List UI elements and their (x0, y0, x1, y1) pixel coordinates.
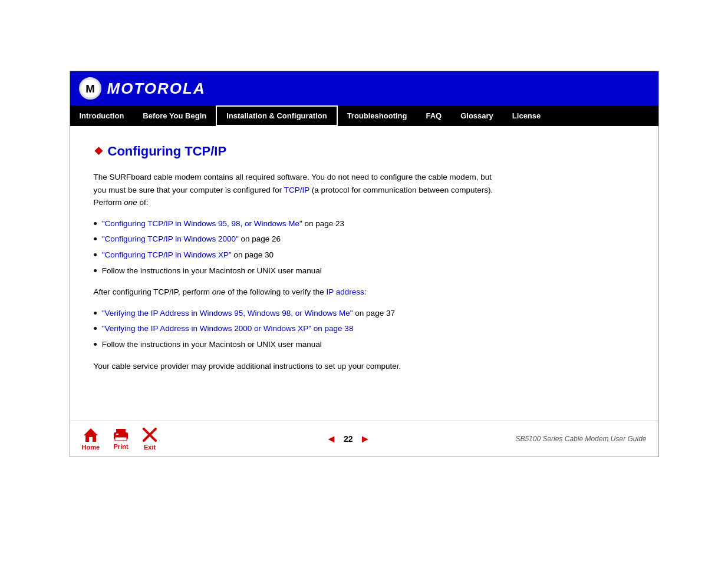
list-item: • "Verifying the IP Address in Windows 2… (94, 322, 495, 336)
nav-item-faq[interactable]: FAQ (416, 105, 451, 126)
list-item: • "Configuring TCP/IP in Windows 2000" o… (94, 233, 495, 246)
bullet-dot: • (94, 249, 97, 262)
brand-name: MOTOROLA (107, 80, 206, 98)
nav-item-introduction[interactable]: Introduction (70, 105, 134, 126)
win2000-link[interactable]: "Configuring TCP/IP in Windows 2000" (102, 234, 239, 243)
list-item-text: "Configuring TCP/IP in Windows 2000" on … (102, 233, 281, 246)
verify-win95-link[interactable]: "Verifying the IP Address in Windows 95,… (102, 309, 353, 318)
list-item: • "Configuring TCP/IP in Windows 95, 98,… (94, 217, 495, 231)
list-item: • Follow the instructions in your Macint… (94, 338, 495, 352)
svg-rect-5 (115, 437, 127, 441)
list-item-text: Follow the instructions in your Macintos… (102, 265, 322, 277)
next-page-button[interactable]: ► (360, 433, 371, 445)
print-button[interactable]: Print (111, 428, 130, 450)
winxp-link[interactable]: "Configuring TCP/IP in Windows XP" (102, 250, 232, 259)
page-wrapper: M MOTOROLA Introduction Before You Begin… (0, 0, 728, 562)
list-item-text: "Verifying the IP Address in Windows 95,… (102, 307, 395, 320)
header-bar: M MOTOROLA (70, 71, 658, 105)
motorola-logo: M MOTOROLA (79, 77, 206, 100)
home-icon (83, 427, 99, 442)
page-nav: ◄ 22 ► (181, 433, 515, 445)
nav-item-troubleshooting[interactable]: Troubleshooting (338, 105, 417, 126)
doc-title: SB5100 Series Cable Modem User Guide (515, 435, 646, 443)
win95-link[interactable]: "Configuring TCP/IP in Windows 95, 98, o… (102, 219, 302, 228)
list-item: • Follow the instructions in your Macint… (94, 265, 495, 278)
svg-rect-6 (116, 434, 118, 435)
svg-marker-2 (84, 428, 98, 442)
bullet-list-2: • "Verifying the IP Address in Windows 9… (94, 307, 635, 352)
bullet-dot: • (94, 323, 97, 336)
print-label: Print (114, 443, 129, 450)
svg-text:M: M (85, 82, 95, 95)
bullet-list-1: • "Configuring TCP/IP in Windows 95, 98,… (94, 217, 635, 277)
list-item-text: "Verifying the IP Address in Windows 200… (102, 322, 354, 335)
home-label: Home (82, 444, 100, 451)
nav-bar: Introduction Before You Begin Installati… (70, 105, 658, 126)
list-item-text: Follow the instructions in your Macintos… (102, 338, 322, 351)
list-item: • "Verifying the IP Address in Windows 9… (94, 307, 495, 320)
bullet-dot: • (94, 339, 97, 352)
bullet-dot: • (94, 265, 97, 278)
prev-page-button[interactable]: ◄ (326, 433, 337, 445)
page-number: 22 (344, 434, 353, 444)
exit-icon (142, 427, 157, 442)
list-item-text: "Configuring TCP/IP in Windows 95, 98, o… (102, 217, 344, 230)
home-button[interactable]: Home (82, 427, 100, 451)
verify-win2000-link[interactable]: "Verifying the IP Address in Windows 200… (102, 324, 354, 333)
title-arrow-icon: ❖ (94, 145, 103, 158)
print-icon (111, 428, 130, 442)
page-title-text: Configuring TCP/IP (108, 144, 227, 159)
motorola-m-icon: M (80, 78, 100, 98)
exit-label: Exit (144, 444, 156, 451)
list-item-text: "Configuring TCP/IP in Windows XP" on pa… (102, 249, 274, 262)
main-container: M MOTOROLA Introduction Before You Begin… (70, 71, 659, 457)
page-title: ❖ Configuring TCP/IP (94, 144, 635, 159)
svg-rect-4 (116, 429, 126, 434)
closing-paragraph: Your cable service provider may provide … (94, 360, 495, 373)
nav-item-license[interactable]: License (503, 105, 550, 126)
footer-icons: Home Print (82, 427, 158, 451)
bullet-dot: • (94, 218, 97, 231)
bullet-dot: • (94, 308, 97, 320)
content-area: ❖ Configuring TCP/IP The SURFboard cable… (70, 126, 658, 421)
tcpip-link[interactable]: TCP/IP (284, 186, 309, 194)
nav-item-glossary[interactable]: Glossary (451, 105, 503, 126)
motorola-logo-circle: M (79, 77, 101, 100)
footer-bar: Home Print (70, 421, 658, 457)
nav-item-before-you-begin[interactable]: Before You Begin (133, 105, 216, 126)
bullet-dot: • (94, 233, 97, 246)
nav-item-installation[interactable]: Installation & Configuration (216, 105, 337, 126)
list-item: • "Configuring TCP/IP in Windows XP" on … (94, 249, 495, 262)
exit-button[interactable]: Exit (142, 427, 157, 451)
intro-paragraph: The SURFboard cable modem contains all r… (94, 171, 495, 209)
ip-address-link[interactable]: IP address (326, 287, 364, 296)
after-paragraph: After configuring TCP/IP, perform one of… (94, 286, 495, 299)
